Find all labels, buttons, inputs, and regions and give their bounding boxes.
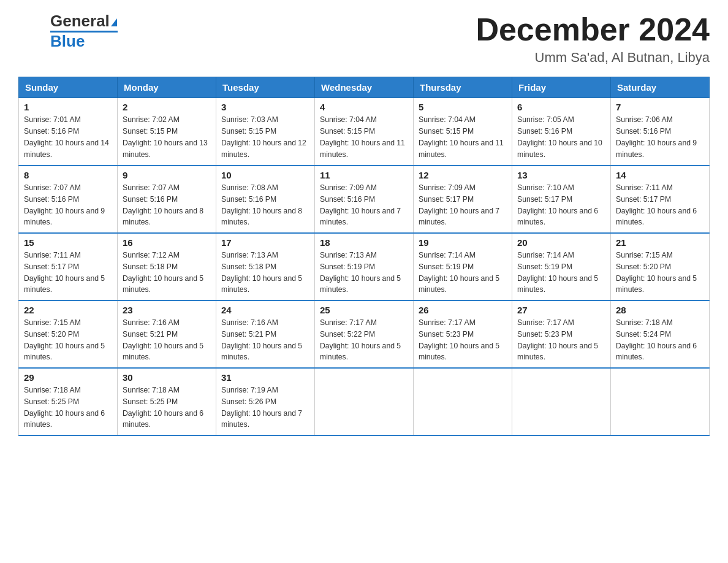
header-saturday: Saturday: [611, 77, 710, 98]
day-info: Sunrise: 7:18 AMSunset: 5:24 PMDaylight:…: [616, 318, 697, 362]
calendar-cell: [414, 368, 512, 435]
month-title: December 2024: [476, 12, 710, 47]
header-friday: Friday: [512, 77, 611, 98]
day-number: 27: [517, 305, 605, 315]
day-info: Sunrise: 7:10 AMSunset: 5:17 PMDaylight:…: [517, 183, 598, 227]
day-number: 30: [123, 372, 211, 383]
calendar-table: SundayMondayTuesdayWednesdayThursdayFrid…: [18, 77, 710, 436]
calendar-cell: 21 Sunrise: 7:15 AMSunset: 5:20 PMDaylig…: [611, 233, 710, 301]
day-number: 3: [221, 102, 309, 112]
calendar-cell: 28 Sunrise: 7:18 AMSunset: 5:24 PMDaylig…: [611, 301, 710, 368]
day-number: 21: [616, 237, 704, 248]
day-info: Sunrise: 7:14 AMSunset: 5:19 PMDaylight:…: [419, 251, 499, 294]
calendar-cell: 9 Sunrise: 7:07 AMSunset: 5:16 PMDayligh…: [118, 166, 216, 233]
day-info: Sunrise: 7:17 AMSunset: 5:23 PMDaylight:…: [517, 318, 598, 362]
day-number: 25: [320, 305, 408, 315]
header-sunday: Sunday: [19, 77, 118, 98]
day-info: Sunrise: 7:07 AMSunset: 5:16 PMDaylight:…: [24, 183, 105, 227]
calendar-cell: 26 Sunrise: 7:17 AMSunset: 5:23 PMDaylig…: [414, 301, 512, 368]
calendar-cell: 15 Sunrise: 7:11 AMSunset: 5:17 PMDaylig…: [19, 233, 118, 301]
logo-icon: [18, 15, 50, 47]
day-info: Sunrise: 7:04 AMSunset: 5:15 PMDaylight:…: [419, 115, 504, 159]
day-number: 15: [24, 237, 112, 248]
calendar-cell: 10 Sunrise: 7:08 AMSunset: 5:16 PMDaylig…: [216, 166, 315, 233]
calendar-cell: 19 Sunrise: 7:14 AMSunset: 5:19 PMDaylig…: [414, 233, 512, 301]
calendar-cell: 12 Sunrise: 7:09 AMSunset: 5:17 PMDaylig…: [414, 166, 512, 233]
day-number: 17: [221, 237, 309, 248]
day-info: Sunrise: 7:13 AMSunset: 5:18 PMDaylight:…: [221, 251, 302, 294]
calendar-cell: 14 Sunrise: 7:11 AMSunset: 5:17 PMDaylig…: [611, 166, 710, 233]
day-info: Sunrise: 7:06 AMSunset: 5:16 PMDaylight:…: [616, 115, 697, 159]
calendar-cell: 2 Sunrise: 7:02 AMSunset: 5:15 PMDayligh…: [118, 98, 216, 166]
calendar-cell: 20 Sunrise: 7:14 AMSunset: 5:19 PMDaylig…: [512, 233, 611, 301]
calendar-cell: 5 Sunrise: 7:04 AMSunset: 5:15 PMDayligh…: [414, 98, 512, 166]
day-info: Sunrise: 7:14 AMSunset: 5:19 PMDaylight:…: [517, 251, 598, 294]
day-number: 2: [123, 102, 211, 112]
day-number: 9: [123, 170, 211, 180]
calendar-cell: 23 Sunrise: 7:16 AMSunset: 5:21 PMDaylig…: [118, 301, 216, 368]
logo-blue-text: Blue: [50, 31, 118, 50]
logo: General Blue: [18, 12, 118, 50]
day-info: Sunrise: 7:11 AMSunset: 5:17 PMDaylight:…: [616, 183, 697, 227]
day-info: Sunrise: 7:18 AMSunset: 5:25 PMDaylight:…: [123, 386, 203, 429]
calendar-cell: 29 Sunrise: 7:18 AMSunset: 5:25 PMDaylig…: [19, 368, 118, 435]
calendar-week-row: 15 Sunrise: 7:11 AMSunset: 5:17 PMDaylig…: [19, 233, 710, 301]
day-info: Sunrise: 7:02 AMSunset: 5:15 PMDaylight:…: [123, 115, 208, 159]
day-number: 12: [419, 170, 507, 180]
day-number: 19: [419, 237, 507, 248]
calendar-cell: 7 Sunrise: 7:06 AMSunset: 5:16 PMDayligh…: [611, 98, 710, 166]
day-info: Sunrise: 7:16 AMSunset: 5:21 PMDaylight:…: [221, 318, 302, 362]
header-monday: Monday: [118, 77, 216, 98]
day-info: Sunrise: 7:15 AMSunset: 5:20 PMDaylight:…: [616, 251, 697, 294]
header-tuesday: Tuesday: [216, 77, 315, 98]
day-number: 20: [517, 237, 605, 248]
calendar-cell: 3 Sunrise: 7:03 AMSunset: 5:15 PMDayligh…: [216, 98, 315, 166]
day-info: Sunrise: 7:17 AMSunset: 5:23 PMDaylight:…: [419, 318, 499, 362]
calendar-cell: 1 Sunrise: 7:01 AMSunset: 5:16 PMDayligh…: [19, 98, 118, 166]
svg-rect-0: [20, 17, 49, 46]
day-info: Sunrise: 7:07 AMSunset: 5:16 PMDaylight:…: [123, 183, 203, 227]
calendar-week-row: 1 Sunrise: 7:01 AMSunset: 5:16 PMDayligh…: [19, 98, 710, 166]
calendar-cell: 13 Sunrise: 7:10 AMSunset: 5:17 PMDaylig…: [512, 166, 611, 233]
calendar-cell: 4 Sunrise: 7:04 AMSunset: 5:15 PMDayligh…: [315, 98, 414, 166]
day-number: 1: [24, 102, 112, 112]
calendar-cell: 25 Sunrise: 7:17 AMSunset: 5:22 PMDaylig…: [315, 301, 414, 368]
day-number: 22: [24, 305, 112, 315]
day-info: Sunrise: 7:19 AMSunset: 5:26 PMDaylight:…: [221, 386, 302, 429]
day-info: Sunrise: 7:16 AMSunset: 5:21 PMDaylight:…: [123, 318, 203, 362]
calendar-cell: [611, 368, 710, 435]
header-wednesday: Wednesday: [315, 77, 414, 98]
day-number: 28: [616, 305, 704, 315]
page-header: General Blue December 2024 Umm Sa'ad, Al…: [18, 12, 710, 66]
day-info: Sunrise: 7:12 AMSunset: 5:18 PMDaylight:…: [123, 251, 203, 294]
calendar-header-row: SundayMondayTuesdayWednesdayThursdayFrid…: [19, 77, 710, 98]
calendar-cell: 8 Sunrise: 7:07 AMSunset: 5:16 PMDayligh…: [19, 166, 118, 233]
day-number: 29: [24, 372, 112, 383]
day-number: 23: [123, 305, 211, 315]
day-number: 8: [24, 170, 112, 180]
calendar-cell: 22 Sunrise: 7:15 AMSunset: 5:20 PMDaylig…: [19, 301, 118, 368]
day-number: 4: [320, 102, 408, 112]
day-info: Sunrise: 7:17 AMSunset: 5:22 PMDaylight:…: [320, 318, 401, 362]
day-number: 26: [419, 305, 507, 315]
calendar-cell: 6 Sunrise: 7:05 AMSunset: 5:16 PMDayligh…: [512, 98, 611, 166]
day-info: Sunrise: 7:01 AMSunset: 5:16 PMDaylight:…: [24, 115, 109, 159]
day-number: 24: [221, 305, 309, 315]
day-number: 16: [123, 237, 211, 248]
location-title: Umm Sa'ad, Al Butnan, Libya: [476, 50, 710, 66]
day-info: Sunrise: 7:09 AMSunset: 5:16 PMDaylight:…: [320, 183, 401, 227]
day-info: Sunrise: 7:08 AMSunset: 5:16 PMDaylight:…: [221, 183, 302, 227]
day-number: 18: [320, 237, 408, 248]
day-number: 14: [616, 170, 704, 180]
day-info: Sunrise: 7:05 AMSunset: 5:16 PMDaylight:…: [517, 115, 602, 159]
day-info: Sunrise: 7:03 AMSunset: 5:15 PMDaylight:…: [221, 115, 306, 159]
day-number: 5: [419, 102, 507, 112]
day-info: Sunrise: 7:18 AMSunset: 5:25 PMDaylight:…: [24, 386, 105, 429]
day-number: 7: [616, 102, 704, 112]
day-number: 31: [221, 372, 309, 383]
calendar-cell: 24 Sunrise: 7:16 AMSunset: 5:21 PMDaylig…: [216, 301, 315, 368]
day-info: Sunrise: 7:13 AMSunset: 5:19 PMDaylight:…: [320, 251, 401, 294]
calendar-cell: 11 Sunrise: 7:09 AMSunset: 5:16 PMDaylig…: [315, 166, 414, 233]
day-info: Sunrise: 7:11 AMSunset: 5:17 PMDaylight:…: [24, 251, 105, 294]
header-thursday: Thursday: [414, 77, 512, 98]
